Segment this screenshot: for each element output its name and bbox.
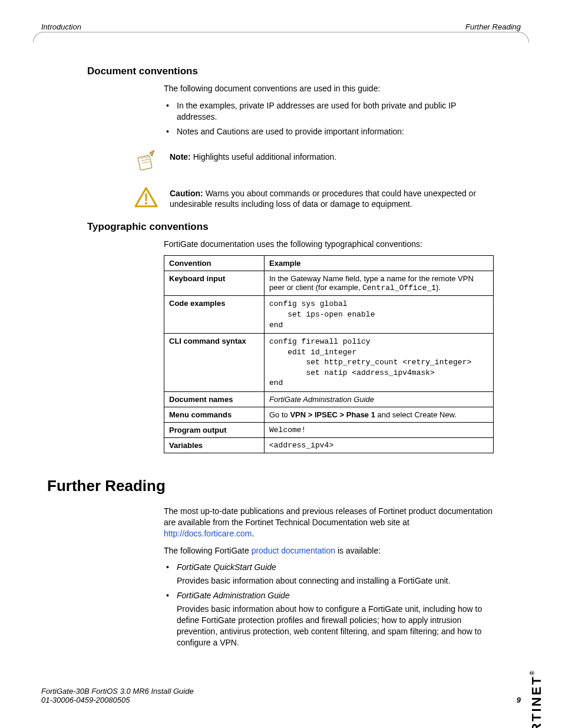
table-row: CLI command syntax config firewall polic… (164, 334, 494, 392)
page-number: 9 (517, 696, 521, 704)
table-row: Menu commands Go to VPN > IPSEC > Phase … (164, 407, 494, 422)
note-callout: Note: Highlights useful additional infor… (133, 148, 496, 174)
text: . (252, 529, 254, 538)
code-block: config sys global set ips-open enable en… (269, 299, 488, 330)
cell-convention: Document names (164, 391, 265, 407)
link-docs-forticare[interactable]: http://docs.forticare.com (164, 529, 252, 538)
cell-convention: Code examples (164, 296, 265, 334)
cell-convention: Program output (164, 422, 265, 437)
logo-text-rest: RTINET® (529, 669, 544, 728)
doc-title: FortiGate QuickStart Guide (177, 562, 276, 572)
svg-point-5 (145, 202, 147, 205)
cell-example: <address_ipv4> (265, 437, 494, 453)
doc-list-item: FortiGate QuickStart Guide Provides basi… (164, 562, 496, 587)
footer-title: FortiGate-30B FortiOS 3.0 MR6 Install Gu… (41, 687, 194, 696)
cell-convention: Keyboard input (164, 271, 265, 296)
header-rule-corner-left (33, 32, 44, 42)
caution-text: Warns you about commands or procedures t… (170, 189, 476, 209)
fortinet-logo: F RTINET® (529, 669, 544, 728)
caution-label: Caution: (170, 189, 203, 198)
cell-example: config sys global set ips-open enable en… (265, 296, 494, 334)
heading-document-conventions: Document conventions (87, 65, 529, 77)
text: The following FortiGate (164, 546, 252, 555)
heading-typographic-conventions: Typographic conventions (87, 221, 529, 233)
caution-callout: Caution: Warns you about commands or pro… (133, 185, 496, 210)
table-row: Program output Welcome! (164, 422, 494, 437)
table-row: Keyboard input In the Gateway Name field… (164, 271, 494, 296)
footer-docid: 01-30006-0459-20080505 (41, 696, 194, 704)
text: The most up-to-date publications and pre… (164, 506, 492, 527)
text: and select Create New. (375, 410, 457, 419)
cell-example: Welcome! (265, 422, 494, 437)
doc-title: FortiGate Administration Guide (177, 591, 290, 600)
footer-left: FortiGate-30B FortiOS 3.0 MR6 Install Gu… (41, 687, 194, 704)
further-p1: The most up-to-date publications and pre… (164, 506, 496, 539)
cell-example: In the Gateway Name field, type a name f… (265, 271, 494, 296)
th-example: Example (265, 256, 494, 271)
heading-further-reading: Further Reading (47, 477, 529, 495)
link-product-documentation[interactable]: product documentation (252, 546, 335, 555)
menu-path: VPN > IPSEC > Phase 1 (290, 410, 375, 419)
table-row: Code examples config sys global set ips-… (164, 296, 494, 334)
conventions-table: Convention Example Keyboard input In the… (164, 255, 494, 453)
text: is available: (335, 546, 381, 555)
text: Go to (269, 410, 290, 419)
cell-convention: Menu commands (164, 407, 265, 422)
doc-conv-bullet-1: In the examples, private IP addresses ar… (164, 100, 496, 123)
th-convention: Convention (164, 256, 265, 271)
typo-intro: FortiGate documentation uses the followi… (164, 239, 496, 250)
doc-desc: Provides basic information about connect… (177, 575, 496, 587)
note-icon (133, 148, 159, 174)
doc-conv-bullet-2: Notes and Cautions are used to provide i… (164, 126, 496, 137)
cell-example: Go to VPN > IPSEC > Phase 1 and select C… (265, 407, 494, 422)
note-label: Note: (170, 152, 191, 162)
doc-list-item: FortiGate Administration Guide Provides … (164, 590, 496, 648)
mono-text: Central_Office_1 (362, 284, 436, 292)
header-right: Further Reading (465, 22, 521, 31)
further-p2: The following FortiGate product document… (164, 545, 496, 556)
header-rule (44, 32, 518, 32)
caution-icon (133, 185, 159, 210)
cell-example: FortiGate Administration Guide (265, 391, 494, 407)
cell-convention: Variables (164, 437, 265, 453)
table-row: Document names FortiGate Administration … (164, 391, 494, 407)
doc-desc: Provides basic information about how to … (177, 604, 496, 648)
text: ). (436, 283, 441, 292)
cell-example: config firewall policy edit id_integer s… (265, 334, 494, 392)
header-left: Introduction (41, 22, 81, 31)
table-row: Variables <address_ipv4> (164, 437, 494, 453)
note-text: Highlights useful additional information… (191, 152, 336, 162)
code-block: config firewall policy edit id_integer s… (269, 337, 488, 388)
table-header-row: Convention Example (164, 256, 494, 271)
doc-conv-intro: The following document conventions are u… (164, 83, 496, 94)
cell-convention: CLI command syntax (164, 334, 265, 392)
header-rule-corner-right (518, 32, 529, 42)
